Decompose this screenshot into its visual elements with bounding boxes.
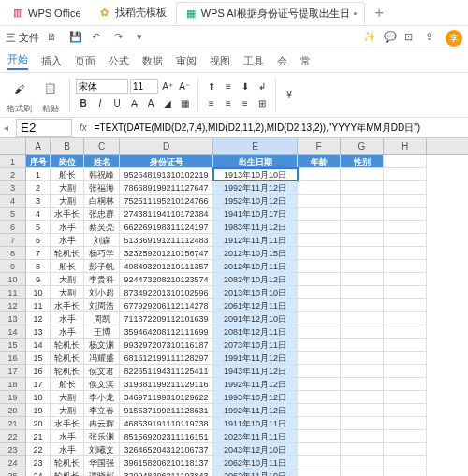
cell[interactable]: 大副 [51, 273, 84, 286]
cell[interactable] [341, 273, 384, 286]
col-header-g[interactable]: G [341, 138, 384, 154]
row-header[interactable]: 15 [0, 339, 26, 352]
cell[interactable]: 李小龙 [84, 391, 120, 404]
cell[interactable]: 677929206112114278 [120, 299, 213, 312]
wrap-text-icon[interactable]: ↲ [255, 79, 270, 94]
cell[interactable] [384, 195, 427, 208]
row-header[interactable]: 16 [0, 352, 26, 365]
col-header-d[interactable]: D [120, 138, 213, 154]
cell[interactable]: 王博 [84, 325, 120, 339]
cell[interactable]: 24 [26, 469, 51, 476]
cell[interactable]: 轮机长 [51, 352, 84, 365]
cell[interactable]: 329948206211103843 [120, 469, 213, 476]
cell[interactable]: 5 [26, 221, 51, 234]
cell[interactable]: 822651194311125411 [120, 365, 213, 378]
cell[interactable] [298, 234, 341, 247]
cell[interactable] [298, 168, 341, 181]
cell[interactable]: 274381194110172384 [120, 208, 213, 221]
align-top-icon[interactable]: ⬆ [204, 79, 219, 94]
redo-icon[interactable]: ↷ [114, 31, 129, 46]
cell[interactable]: 468539191110119738 [120, 417, 213, 430]
cell[interactable]: 15 [26, 352, 51, 365]
cell[interactable]: 水手长 [51, 417, 84, 430]
cell[interactable]: 谭晓彬 [84, 469, 120, 476]
cell[interactable]: 2073年10月11日 [213, 339, 298, 352]
cell[interactable] [341, 168, 384, 181]
cell[interactable]: 2012年10月11日 [213, 260, 298, 273]
cell[interactable] [298, 469, 341, 476]
cell[interactable]: 大副 [51, 181, 84, 195]
cell[interactable]: 2 [26, 181, 51, 195]
cell[interactable] [298, 312, 341, 325]
new-icon[interactable]: 🗎 [47, 31, 62, 46]
cell[interactable]: 彭子帆 [84, 260, 120, 273]
cell[interactable] [384, 456, 427, 469]
cell[interactable]: 1913年10月10日 [213, 168, 298, 181]
cell[interactable] [341, 443, 384, 456]
cell[interactable] [341, 181, 384, 195]
cell[interactable]: 2091年12月10日 [213, 312, 298, 325]
cell[interactable] [384, 339, 427, 352]
cell[interactable] [384, 443, 427, 456]
cell[interactable] [298, 247, 341, 260]
paste-button[interactable]: 📋 [37, 76, 64, 102]
cell[interactable] [384, 260, 427, 273]
cell[interactable]: 498493201210111357 [120, 260, 213, 273]
row-header[interactable]: 19 [0, 391, 26, 404]
cell[interactable]: 851569202311116151 [120, 430, 213, 443]
align-right-icon[interactable]: ≡ [238, 96, 253, 111]
cell[interactable]: 1983年11月12日 [213, 221, 298, 234]
row-header[interactable]: 24 [0, 456, 26, 469]
cell[interactable]: 11 [26, 299, 51, 312]
col-header-b[interactable]: B [51, 138, 84, 154]
header-cell[interactable]: 年龄 [298, 155, 341, 168]
cell[interactable] [298, 181, 341, 195]
ribbon-tab-page[interactable]: 页面 [75, 54, 95, 68]
cell[interactable]: 侯文君 [84, 365, 120, 378]
cell[interactable]: 刘小超 [84, 286, 120, 299]
row-header[interactable]: 8 [0, 247, 26, 260]
cell[interactable]: 冉云辉 [84, 417, 120, 430]
cell[interactable]: 水手 [51, 430, 84, 443]
select-all-corner[interactable] [0, 138, 26, 154]
cell[interactable]: 轮机长 [51, 247, 84, 260]
cell[interactable] [384, 273, 427, 286]
ribbon-tab-review[interactable]: 审阅 [176, 54, 197, 68]
ribbon-tab-start[interactable]: 开始 [7, 52, 28, 70]
row-header[interactable]: 10 [0, 273, 26, 286]
cell[interactable]: 993297207310116187 [120, 339, 213, 352]
cell[interactable] [341, 339, 384, 352]
row-header[interactable]: 9 [0, 260, 26, 273]
fx-icon[interactable]: fx [76, 123, 91, 133]
underline-button[interactable]: U [110, 96, 124, 111]
cell[interactable]: 杨巧学 [84, 247, 120, 260]
cell[interactable]: 水手 [51, 221, 84, 234]
cell[interactable]: 张忠群 [84, 208, 120, 221]
cell[interactable] [341, 352, 384, 365]
decrease-font-icon[interactable]: A⁻ [177, 79, 192, 94]
cell[interactable]: 7 [26, 247, 51, 260]
cell[interactable]: 水手 [51, 312, 84, 325]
cell[interactable]: 水手 [51, 234, 84, 247]
ribbon-tab-tools[interactable]: 工具 [243, 54, 264, 68]
cell[interactable] [384, 391, 427, 404]
cell[interactable] [298, 339, 341, 352]
cell[interactable]: 韩祝峰 [84, 168, 120, 181]
cell[interactable]: 6 [26, 234, 51, 247]
cell[interactable]: 李贵科 [84, 273, 120, 286]
name-box-chevron[interactable]: ◂ [0, 123, 12, 133]
ribbon-tab-view[interactable]: 视图 [210, 54, 230, 68]
border-button[interactable]: ▦ [177, 96, 192, 111]
cell[interactable]: 张福海 [84, 181, 120, 195]
cell[interactable]: 2062年11月10日 [213, 469, 298, 476]
cell[interactable] [384, 286, 427, 299]
cell[interactable]: 1991年11月12日 [213, 352, 298, 365]
cell[interactable]: 大副 [51, 286, 84, 299]
cell[interactable]: 1992年11月12日 [213, 181, 298, 195]
format-painter-button[interactable]: 🖌 [6, 76, 32, 102]
cell[interactable] [384, 155, 427, 168]
cell[interactable]: 2081年12月11日 [213, 325, 298, 339]
ribbon-tab-data[interactable]: 数据 [142, 54, 163, 68]
align-middle-icon[interactable]: ≡ [221, 79, 236, 94]
row-header[interactable]: 14 [0, 325, 26, 339]
